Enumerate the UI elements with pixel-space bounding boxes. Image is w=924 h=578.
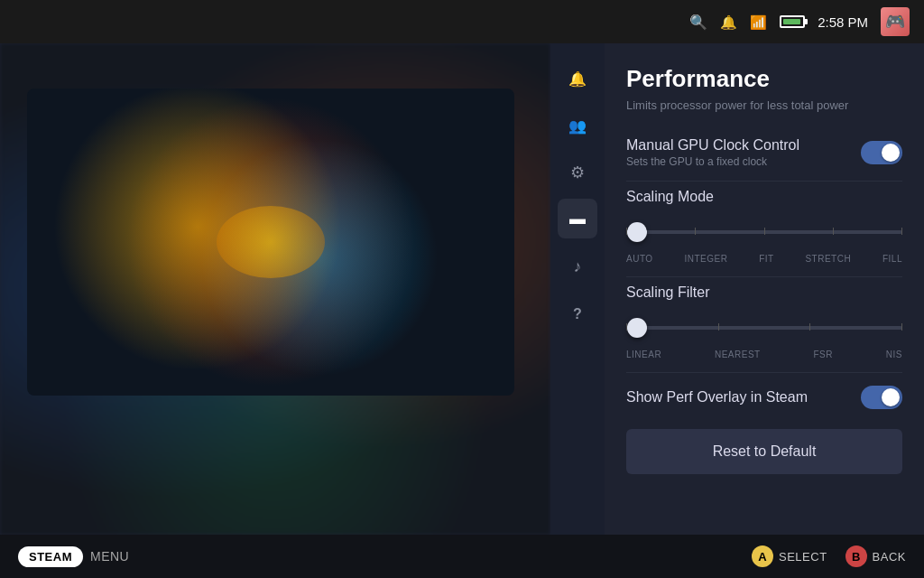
ftick-nis [901, 323, 902, 331]
game-art-panel [0, 43, 550, 535]
scaling-filter-section: Scaling Filter LINEAR NEAREST FSR NIS [626, 284, 902, 359]
scaling-mode-title: Scaling Mode [626, 189, 902, 205]
sidebar-item-display[interactable]: ▬ [558, 199, 597, 238]
tick-label-fit: FIT [759, 254, 774, 264]
tick-fit [764, 228, 765, 235]
tick-stretch [833, 228, 834, 235]
ftick-label-fsr: FSR [813, 350, 833, 359]
search-icon[interactable] [689, 13, 707, 32]
select-label: SELECT [779, 550, 827, 564]
manual-gpu-toggle-knob [882, 144, 900, 162]
perf-overlay-toggle[interactable] [861, 386, 902, 409]
scaling-filter-tick-labels: LINEAR NEAREST FSR NIS [626, 350, 902, 359]
page-title: Performance [626, 65, 902, 93]
manual-gpu-label-group: Manual GPU Clock Control Sets the GPU to… [626, 137, 799, 168]
notification-icon[interactable] [720, 13, 737, 32]
manual-gpu-setting: Manual GPU Clock Control Sets the GPU to… [626, 128, 902, 177]
divider-3 [626, 372, 902, 373]
game-thumbnail [27, 89, 514, 396]
main-panel: Performance Limits processor power for l… [605, 43, 924, 535]
manual-gpu-label: Manual GPU Clock Control [626, 137, 799, 154]
game-logo [217, 206, 325, 278]
scaling-mode-slider-container[interactable] [626, 216, 902, 248]
sidebar-item-notifications[interactable] [558, 58, 597, 98]
scaling-filter-title: Scaling Filter [626, 284, 902, 301]
sidebar: ▬ [550, 43, 605, 535]
back-label: BACK [873, 550, 906, 564]
sidebar-item-audio[interactable] [558, 246, 597, 285]
bell-icon [568, 68, 587, 89]
ftick-fsr [809, 323, 810, 331]
back-action[interactable]: B BACK [845, 545, 906, 567]
page-subtitle: Limits processor power for less total po… [626, 98, 902, 112]
select-action[interactable]: A SELECT [752, 545, 827, 567]
top-bar: 2:58 PM 🎮 [0, 0, 924, 43]
music-icon [574, 256, 582, 276]
tick-integer [695, 228, 696, 235]
bottom-actions: A SELECT B BACK [752, 545, 906, 567]
tick-label-fill: FILL [882, 254, 902, 264]
avatar[interactable]: 🎮 [881, 7, 910, 36]
question-icon [573, 303, 582, 323]
tick-label-stretch: STRETCH [805, 254, 851, 264]
perf-overlay-setting: Show Perf Overlay in Steam [626, 377, 902, 418]
scaling-filter-thumb[interactable] [627, 318, 647, 338]
perf-overlay-label: Show Perf Overlay in Steam [626, 389, 808, 406]
scaling-mode-thumb[interactable] [627, 222, 647, 242]
ftick-nearest [718, 323, 719, 331]
ftick-label-linear: LINEAR [626, 350, 661, 359]
ftick-label-nearest: NEAREST [715, 350, 761, 359]
reset-to-default-button[interactable]: Reset to Default [626, 429, 902, 474]
scaling-mode-section: Scaling Mode AUTO INTEGER FIT STRETCH FI… [626, 189, 902, 264]
a-button: A [752, 545, 773, 567]
gear-icon [570, 162, 585, 182]
tick-label-integer: INTEGER [684, 254, 727, 264]
manual-gpu-sublabel: Sets the GPU to a fixed clock [626, 155, 799, 168]
b-button: B [845, 545, 867, 567]
manual-gpu-toggle[interactable] [861, 141, 902, 164]
perf-overlay-toggle-knob [882, 388, 900, 406]
bottom-bar: STEAM MENU A SELECT B BACK [0, 535, 924, 578]
people-icon [568, 115, 587, 135]
tick-fill [901, 228, 902, 235]
clock: 2:58 PM [818, 14, 868, 30]
scaling-filter-slider-container[interactable] [626, 312, 902, 344]
scaling-mode-track [626, 230, 902, 234]
display-icon: ▬ [569, 210, 586, 228]
status-icons: 2:58 PM 🎮 [689, 7, 910, 36]
steam-button[interactable]: STEAM [18, 546, 83, 567]
game-art [27, 89, 514, 396]
signal-icon [750, 13, 767, 32]
menu-label: MENU [90, 549, 129, 564]
battery-icon [780, 15, 805, 28]
ftick-label-nis: NIS [886, 350, 902, 359]
scaling-mode-tick-labels: AUTO INTEGER FIT STRETCH FILL [626, 254, 902, 264]
sidebar-item-friends[interactable] [558, 105, 597, 144]
tick-label-auto: AUTO [626, 254, 653, 264]
sidebar-item-help[interactable] [558, 293, 597, 332]
scaling-filter-track [626, 326, 902, 330]
sidebar-item-settings[interactable] [558, 152, 597, 191]
divider-1 [626, 181, 902, 182]
divider-2 [626, 276, 902, 277]
